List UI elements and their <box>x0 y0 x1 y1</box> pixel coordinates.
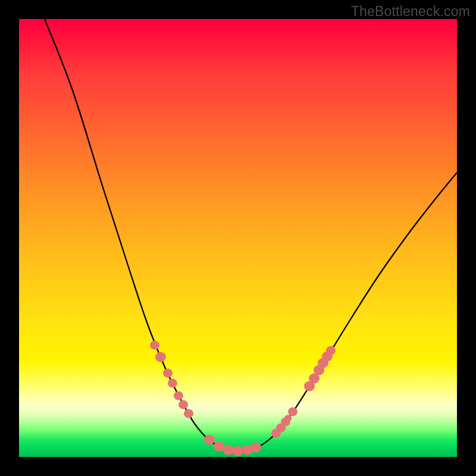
bead-dot <box>223 444 234 455</box>
bead-dot <box>214 441 224 451</box>
bead-dot <box>204 434 215 444</box>
bead-dot <box>178 400 188 409</box>
bead-dot <box>155 352 166 362</box>
bead-group <box>150 340 336 456</box>
watermark-label: TheBottleneck.com <box>351 4 470 20</box>
bead-dot <box>168 378 177 387</box>
chart-frame: TheBottleneck.com <box>0 0 476 476</box>
curve-svg <box>19 19 457 457</box>
bead-dot <box>288 407 298 416</box>
bead-dot <box>284 415 292 421</box>
bead-dot <box>150 340 159 349</box>
bead-dot <box>184 409 193 418</box>
bead-dot <box>174 391 183 400</box>
bead-dot <box>163 368 173 377</box>
bottleneck-curve <box>45 19 457 451</box>
bead-dot <box>233 446 243 456</box>
bead-dot <box>250 442 261 452</box>
plot-area <box>19 19 457 457</box>
bead-dot <box>326 346 336 355</box>
